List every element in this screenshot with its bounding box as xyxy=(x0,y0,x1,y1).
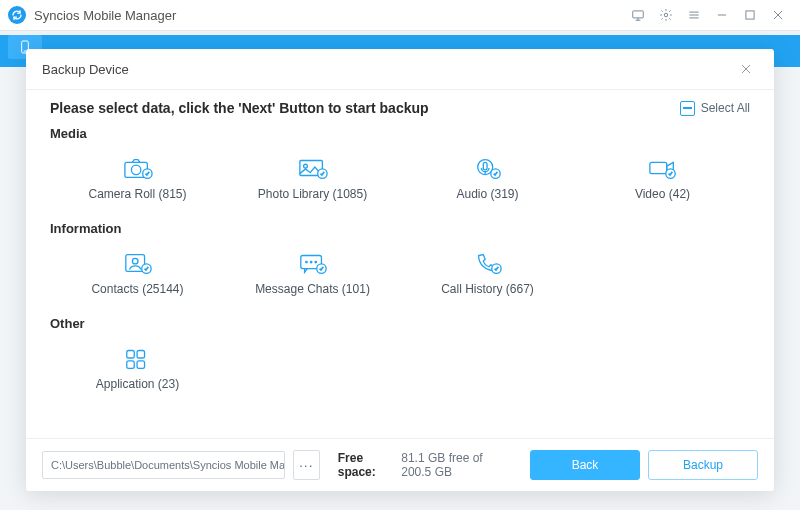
backup-path-field[interactable]: C:\Users\Bubble\Documents\Syncios Mobile… xyxy=(42,451,285,479)
minimize-button[interactable] xyxy=(708,0,736,30)
item-audio[interactable]: Audio (319) xyxy=(400,145,575,211)
photo-icon xyxy=(291,153,335,183)
close-button[interactable] xyxy=(764,0,792,30)
call-icon xyxy=(466,248,510,278)
content-area: Backup Device Please select data, click … xyxy=(0,67,800,510)
item-label: Audio (319) xyxy=(456,187,518,201)
free-space-value: 81.1 GB free of 200.5 GB xyxy=(401,451,514,479)
select-all-checkbox-icon xyxy=(680,101,695,116)
message-icon xyxy=(291,248,335,278)
svg-point-31 xyxy=(305,261,307,263)
dialog-title: Backup Device xyxy=(42,62,129,77)
dialog-header: Backup Device xyxy=(26,49,774,90)
dialog-footer: C:\Users\Bubble\Documents\Syncios Mobile… xyxy=(26,438,774,491)
select-all-toggle[interactable]: Select All xyxy=(680,101,750,116)
back-button[interactable]: Back xyxy=(530,450,640,480)
svg-rect-0 xyxy=(633,11,644,18)
item-label: Application (23) xyxy=(96,377,179,391)
item-video[interactable]: Video (42) xyxy=(575,145,750,211)
svg-point-19 xyxy=(303,164,307,168)
dialog-close-button[interactable] xyxy=(734,57,758,81)
free-space-label: Free space: xyxy=(338,451,394,479)
other-grid: Application (23) xyxy=(50,335,750,401)
menu-icon[interactable] xyxy=(680,0,708,30)
contacts-icon xyxy=(116,248,160,278)
instruction-text: Please select data, click the 'Next' But… xyxy=(50,100,429,116)
settings-icon[interactable] xyxy=(652,0,680,30)
apps-icon xyxy=(116,343,160,373)
item-label: Video (42) xyxy=(635,187,690,201)
video-icon xyxy=(641,153,685,183)
app-logo xyxy=(8,6,26,24)
select-all-label: Select All xyxy=(701,101,750,115)
media-grid: Camera Roll (815) Photo Library (1085) A… xyxy=(50,145,750,211)
item-label: Contacts (25144) xyxy=(91,282,183,296)
svg-rect-25 xyxy=(649,162,666,173)
svg-point-32 xyxy=(310,261,312,263)
svg-rect-36 xyxy=(126,351,134,359)
audio-icon xyxy=(466,153,510,183)
item-message-chats[interactable]: Message Chats (101) xyxy=(225,240,400,306)
item-label: Call History (667) xyxy=(441,282,534,296)
information-grid: Contacts (25144) Message Chats (101) Cal… xyxy=(50,240,750,306)
item-label: Photo Library (1085) xyxy=(258,187,367,201)
backup-button[interactable]: Backup xyxy=(648,450,758,480)
titlebar: Syncios Mobile Manager xyxy=(0,0,800,31)
item-camera-roll[interactable]: Camera Roll (815) xyxy=(50,145,225,211)
backup-dialog: Backup Device Please select data, click … xyxy=(26,49,774,491)
svg-point-33 xyxy=(315,261,317,263)
app-title: Syncios Mobile Manager xyxy=(34,8,176,23)
camera-icon xyxy=(116,153,160,183)
monitor-icon[interactable] xyxy=(624,0,652,30)
item-application[interactable]: Application (23) xyxy=(50,335,225,401)
item-label: Message Chats (101) xyxy=(255,282,370,296)
dialog-body: Please select data, click the 'Next' But… xyxy=(26,90,774,438)
svg-point-28 xyxy=(132,258,138,264)
svg-point-16 xyxy=(131,165,140,174)
section-title-other: Other xyxy=(50,316,750,331)
item-contacts[interactable]: Contacts (25144) xyxy=(50,240,225,306)
section-title-media: Media xyxy=(50,126,750,141)
svg-rect-22 xyxy=(483,162,487,170)
svg-rect-37 xyxy=(137,351,145,359)
browse-button[interactable]: ··· xyxy=(293,450,320,480)
maximize-button[interactable] xyxy=(736,0,764,30)
item-label: Camera Roll (815) xyxy=(88,187,186,201)
svg-point-3 xyxy=(664,13,668,17)
svg-rect-38 xyxy=(126,361,134,369)
item-photo-library[interactable]: Photo Library (1085) xyxy=(225,145,400,211)
svg-rect-8 xyxy=(746,11,754,19)
item-call-history[interactable]: Call History (667) xyxy=(400,240,575,306)
svg-rect-39 xyxy=(137,361,145,369)
section-title-information: Information xyxy=(50,221,750,236)
